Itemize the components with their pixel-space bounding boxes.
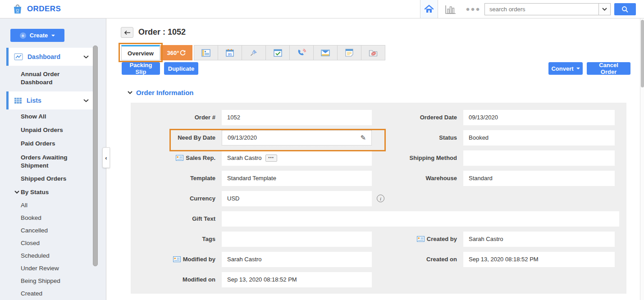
edit-pencil-icon[interactable]: ✎ bbox=[360, 134, 366, 142]
sidebar-item-status-created[interactable]: Created bbox=[21, 290, 93, 300]
info-icon[interactable]: i bbox=[377, 195, 384, 202]
ordered-date-value[interactable]: 09/13/2020 bbox=[463, 110, 615, 125]
modified-on-value[interactable]: Sep 13, 2020 08:18:52 PM bbox=[222, 272, 372, 287]
bar-chart-icon bbox=[445, 5, 457, 14]
sales-rep-label: Sales Rep. bbox=[138, 155, 215, 161]
search-input[interactable] bbox=[485, 4, 598, 15]
sidebar-group-by-status[interactable]: By Status bbox=[14, 189, 93, 202]
created-on-value[interactable]: Sep 13, 2020 08:18:52 PM bbox=[463, 252, 615, 267]
created-on-label: Created on bbox=[372, 256, 457, 263]
sidebar-item-status-under-review[interactable]: Under Review bbox=[21, 265, 93, 277]
home-button[interactable] bbox=[420, 0, 438, 18]
sidebar-item-status-booked[interactable]: Booked bbox=[21, 214, 93, 227]
search-options-toggle[interactable] bbox=[598, 4, 610, 15]
packing-slip-button[interactable]: Packing Slip bbox=[122, 62, 160, 75]
reports-button[interactable] bbox=[443, 4, 458, 15]
status-label: Status bbox=[372, 134, 457, 141]
sidebar-scrollbar[interactable] bbox=[93, 45, 98, 266]
create-button-label: Create bbox=[30, 32, 48, 39]
sidebar-item-show-all[interactable]: Show All bbox=[21, 113, 93, 127]
order-number-label: Order # bbox=[138, 114, 215, 121]
tab-notes[interactable] bbox=[337, 45, 361, 60]
warehouse-value[interactable]: Standard bbox=[463, 171, 615, 186]
tab-record-summary[interactable] bbox=[194, 45, 218, 60]
convert-button[interactable]: Convert bbox=[548, 62, 583, 75]
pushpin-icon bbox=[250, 49, 258, 57]
sidebar-item-shipped-orders[interactable]: Shipped Orders bbox=[21, 175, 93, 189]
need-by-date-label: Need By Date bbox=[138, 134, 215, 141]
page-scrollbar-thumb[interactable] bbox=[641, 20, 644, 87]
tab-calendar[interactable]: 31 bbox=[218, 45, 242, 60]
sidebar-item-status-cancelled[interactable]: Cancelled bbox=[21, 227, 93, 240]
sales-rep-field[interactable]: Sarah Castro ••• bbox=[222, 150, 372, 166]
tab-tasks[interactable] bbox=[265, 45, 290, 60]
field-row: Currency USD i bbox=[138, 188, 619, 209]
topbar: ORDERS ●●● bbox=[0, 0, 644, 18]
duplicate-button[interactable]: Duplicate bbox=[164, 62, 198, 75]
need-by-date-field[interactable]: 09/13/2020 ✎ bbox=[222, 130, 372, 145]
tab-pinned[interactable] bbox=[242, 45, 266, 60]
template-value[interactable]: Standard Template bbox=[222, 171, 372, 186]
tab-overview[interactable]: Overview bbox=[121, 45, 160, 60]
order-number-value[interactable]: 1052 bbox=[222, 110, 372, 125]
page-title: Order : 1052 bbox=[138, 27, 186, 37]
sidebar-item-annual-order-dashboard[interactable]: Annual Order Dashboard bbox=[21, 70, 89, 86]
order-information-header[interactable]: Order Information bbox=[128, 89, 194, 96]
sidebar-section-dashboard[interactable]: Dashboard bbox=[6, 48, 93, 66]
sidebar-item-status-scheduled[interactable]: Scheduled bbox=[21, 252, 93, 265]
attachment-icon bbox=[369, 49, 378, 57]
tab-email[interactable] bbox=[313, 45, 338, 60]
tab-attachments[interactable] bbox=[361, 45, 385, 60]
currency-label: Currency bbox=[138, 195, 215, 202]
convert-button-label: Convert bbox=[551, 65, 573, 72]
back-button[interactable] bbox=[121, 27, 133, 38]
gift-text-value[interactable] bbox=[222, 211, 619, 227]
create-button[interactable]: + Create bbox=[10, 29, 64, 42]
form-icon bbox=[201, 49, 210, 57]
created-by-value[interactable]: Sarah Castro bbox=[463, 232, 615, 247]
template-label: Template bbox=[138, 175, 215, 182]
cancel-order-button[interactable]: Cancel Order bbox=[587, 62, 630, 75]
sales-rep-lookup-button[interactable]: ••• bbox=[265, 155, 277, 162]
tags-value[interactable] bbox=[222, 232, 372, 247]
mail-icon bbox=[321, 50, 330, 56]
tab-360-label: 360° bbox=[167, 50, 179, 56]
sidebar-item-status-being-shipped[interactable]: Being Shipped bbox=[21, 277, 93, 290]
status-value[interactable]: Booked bbox=[463, 130, 615, 145]
chevron-down-icon bbox=[83, 99, 89, 102]
sidebar-section-lists[interactable]: Lists bbox=[6, 91, 93, 109]
modified-by-value[interactable]: Sarah Castro bbox=[222, 252, 372, 267]
search-button[interactable] bbox=[614, 3, 636, 15]
currency-value[interactable]: USD bbox=[222, 191, 372, 206]
created-by-label: Created by bbox=[372, 236, 457, 242]
sales-rep-value: Sarah Castro bbox=[227, 155, 262, 161]
sidebar-item-unpaid-orders[interactable]: Unpaid Orders bbox=[21, 127, 93, 140]
field-row: Need By Date 09/13/2020 ✎ Status Booked bbox=[138, 127, 619, 148]
sidebar-item-paid-orders[interactable]: Paid Orders bbox=[21, 140, 93, 154]
sidebar-collapse-button[interactable]: ‹ bbox=[102, 147, 110, 168]
sidebar-item-orders-awaiting-shipment[interactable]: Orders Awaiting Shipment bbox=[21, 154, 75, 175]
tasks-icon bbox=[274, 49, 282, 57]
calendar-icon: 31 bbox=[226, 49, 234, 57]
dashboard-icon bbox=[14, 53, 23, 60]
page-scrollbar[interactable] bbox=[640, 18, 644, 300]
shipping-method-value[interactable] bbox=[463, 150, 615, 166]
home-icon bbox=[424, 5, 434, 14]
field-row: Tags Created by Sarah Castro bbox=[138, 229, 619, 249]
sidebar-item-status-all[interactable]: All bbox=[21, 202, 93, 214]
contact-card-icon bbox=[176, 155, 183, 161]
sidebar-item-status-closed[interactable]: Closed bbox=[21, 240, 93, 252]
more-menu-button[interactable]: ●●● bbox=[465, 3, 481, 15]
search-icon bbox=[621, 6, 629, 13]
section-title: Order Information bbox=[136, 89, 194, 96]
field-row: Modified on Sep 13, 2020 08:18:52 PM bbox=[138, 269, 619, 290]
tab-360[interactable]: 360° bbox=[160, 45, 192, 60]
ordered-date-label: Ordered Date bbox=[372, 114, 457, 121]
gift-text-label: Gift Text bbox=[138, 215, 215, 222]
table-grid-icon bbox=[14, 97, 22, 104]
back-arrow-icon bbox=[124, 30, 131, 35]
need-by-date-value: 09/13/2020 bbox=[228, 134, 257, 141]
svg-text:31: 31 bbox=[228, 52, 232, 56]
modified-on-label: Modified on bbox=[138, 276, 215, 283]
tab-calls[interactable] bbox=[289, 45, 314, 60]
